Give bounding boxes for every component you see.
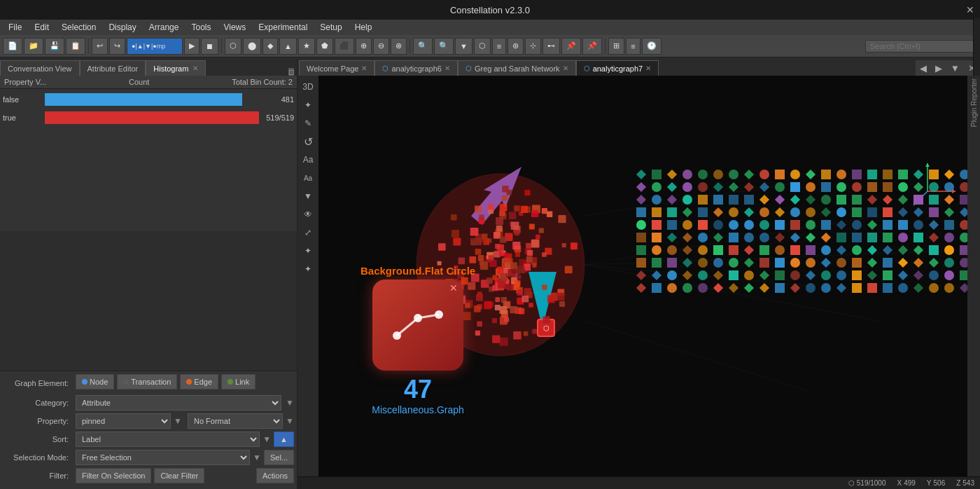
tool-7[interactable]: ⬛ bbox=[335, 38, 354, 55]
format-select[interactable]: No Format bbox=[188, 413, 283, 429]
graph-node[interactable] bbox=[913, 182, 923, 192]
graph-node[interactable] bbox=[713, 207, 723, 217]
graph-node[interactable] bbox=[836, 220, 846, 230]
graph-node[interactable] bbox=[960, 270, 967, 280]
graph-node[interactable] bbox=[652, 245, 662, 255]
tab-histogram-close[interactable]: ✕ bbox=[192, 64, 198, 72]
graph-node[interactable] bbox=[836, 207, 846, 217]
graph-node[interactable] bbox=[744, 220, 754, 230]
label-large-icon[interactable]: Aa bbox=[300, 151, 316, 168]
unpin-btn[interactable]: 📌 bbox=[582, 38, 602, 55]
graph-node[interactable] bbox=[960, 220, 967, 230]
graph-node[interactable] bbox=[744, 270, 754, 280]
tab-analyticgraph7[interactable]: ⬡ analyticgraph7 ✕ bbox=[576, 60, 659, 76]
graph-node[interactable] bbox=[898, 245, 908, 255]
graph-node[interactable] bbox=[806, 245, 816, 255]
graph-node[interactable] bbox=[698, 270, 708, 280]
graph-node[interactable] bbox=[652, 233, 662, 242]
tab-next-button[interactable]: ▶ bbox=[931, 60, 946, 76]
graph-node[interactable] bbox=[944, 270, 954, 280]
plugin-reporter-label[interactable]: Plugin Reporter bbox=[970, 78, 978, 127]
graph-node[interactable] bbox=[852, 207, 862, 217]
graph-node[interactable] bbox=[729, 283, 738, 293]
graph-node[interactable] bbox=[867, 207, 877, 217]
graph-node[interactable] bbox=[836, 245, 846, 255]
graph-node[interactable] bbox=[944, 195, 954, 205]
graph-node[interactable] bbox=[667, 182, 677, 192]
selection-mode-dropdown-icon[interactable]: ▼ bbox=[253, 453, 261, 462]
graph-node[interactable] bbox=[852, 233, 862, 242]
graph-node[interactable] bbox=[775, 270, 785, 280]
graph-node[interactable] bbox=[698, 207, 708, 217]
graph-node[interactable] bbox=[898, 258, 908, 268]
format-dropdown-icon[interactable]: ▼ bbox=[286, 416, 294, 426]
graph-node[interactable] bbox=[960, 170, 967, 179]
selection-mode-select[interactable]: Free Selection bbox=[76, 450, 250, 465]
graph-node[interactable] bbox=[944, 233, 954, 242]
graph-node[interactable] bbox=[760, 233, 769, 242]
graph-node[interactable] bbox=[867, 195, 877, 205]
graph-node[interactable] bbox=[960, 182, 967, 192]
graph-node[interactable] bbox=[636, 283, 646, 293]
graph-node[interactable] bbox=[682, 270, 692, 280]
menu-item-selection[interactable]: Selection bbox=[56, 21, 102, 34]
graph-node[interactable] bbox=[667, 170, 677, 179]
graph-node[interactable] bbox=[775, 233, 785, 242]
graph-node[interactable] bbox=[636, 233, 646, 242]
graph-node[interactable] bbox=[775, 220, 785, 230]
graph-node[interactable] bbox=[913, 245, 923, 255]
tab-analyticgraph7-close[interactable]: ✕ bbox=[645, 64, 651, 72]
graph-node[interactable] bbox=[667, 245, 677, 255]
graph-node[interactable] bbox=[960, 207, 967, 217]
graph-node[interactable] bbox=[821, 195, 831, 205]
graph-node[interactable] bbox=[929, 170, 939, 179]
graph-node[interactable] bbox=[698, 170, 708, 179]
graph-node[interactable] bbox=[821, 170, 831, 179]
search-input[interactable] bbox=[865, 40, 977, 53]
tab-analyticgraph6-close[interactable]: ✕ bbox=[444, 64, 450, 72]
graph-node[interactable] bbox=[652, 270, 662, 280]
graph-node[interactable] bbox=[913, 258, 923, 268]
menu-item-display[interactable]: Display bbox=[103, 21, 141, 34]
graph-node[interactable] bbox=[698, 233, 708, 242]
edge-button[interactable]: Edge bbox=[180, 374, 218, 390]
minus-icon[interactable]: ✦ bbox=[300, 261, 316, 277]
graph-node[interactable] bbox=[867, 170, 877, 179]
menu-item-arrange[interactable]: Arrange bbox=[144, 21, 185, 34]
graph-node[interactable] bbox=[852, 195, 862, 205]
graph-node[interactable] bbox=[744, 245, 754, 255]
graph-node[interactable] bbox=[760, 220, 769, 230]
tab-greg-sarah[interactable]: ⬡ Greg and Sarah Network ✕ bbox=[458, 60, 576, 76]
sort-asc-button[interactable]: ▲ bbox=[274, 432, 294, 447]
node-button[interactable]: Node bbox=[76, 374, 114, 390]
list-btn[interactable]: ≡ bbox=[626, 38, 640, 55]
save-as-button[interactable]: 📋 bbox=[66, 38, 85, 55]
actions-button[interactable]: Actions bbox=[256, 468, 294, 483]
graph-node[interactable] bbox=[790, 170, 800, 179]
graph-node[interactable] bbox=[636, 220, 646, 230]
graph-node[interactable] bbox=[790, 233, 800, 242]
graph-node[interactable] bbox=[913, 195, 923, 205]
graph-node[interactable] bbox=[790, 258, 800, 268]
tab-welcome-page-close[interactable]: ✕ bbox=[361, 64, 367, 72]
graph-node[interactable] bbox=[852, 245, 862, 255]
close-button[interactable]: ✕ bbox=[966, 4, 974, 15]
graph-node[interactable] bbox=[636, 170, 646, 179]
sort-dropdown-icon[interactable]: ▼ bbox=[262, 434, 271, 444]
graph-node[interactable] bbox=[667, 283, 677, 293]
category-dropdown-icon[interactable]: ▼ bbox=[286, 398, 294, 408]
graph-node[interactable] bbox=[667, 195, 677, 205]
graph-node[interactable] bbox=[852, 270, 862, 280]
new-button[interactable]: 📄 bbox=[3, 38, 22, 55]
graph-node[interactable] bbox=[713, 283, 723, 293]
clear-filter-button[interactable]: Clear Filter bbox=[154, 468, 204, 483]
graph-node[interactable] bbox=[682, 245, 692, 255]
graph-node[interactable] bbox=[806, 270, 816, 280]
graph-node[interactable] bbox=[713, 233, 723, 242]
link-button[interactable]: Link bbox=[221, 374, 255, 390]
graph-node[interactable] bbox=[836, 182, 846, 192]
graph-node[interactable] bbox=[713, 170, 723, 179]
graph-node[interactable] bbox=[898, 233, 908, 242]
graph-node[interactable] bbox=[729, 270, 738, 280]
graph-node[interactable] bbox=[929, 245, 939, 255]
